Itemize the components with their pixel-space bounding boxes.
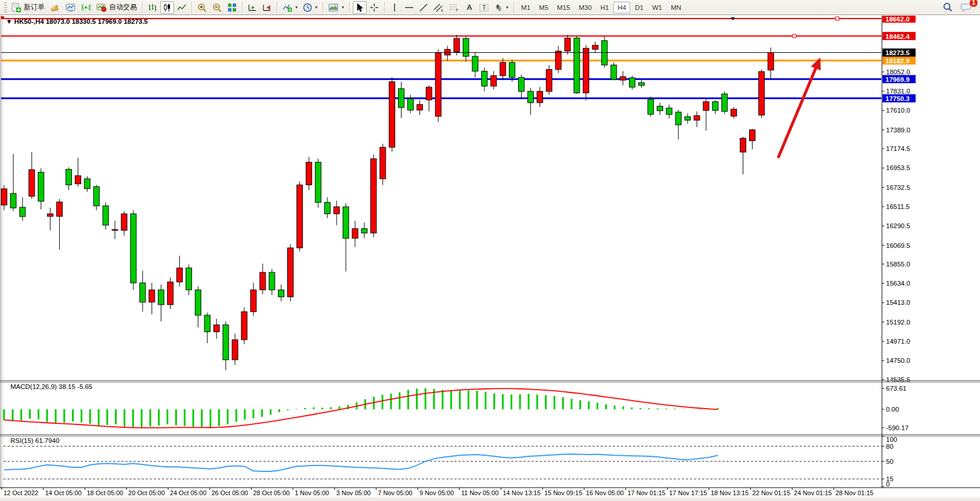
trendline-tool-button[interactable]: [417, 1, 431, 14]
candle-body-bear: [657, 106, 663, 111]
object-anchor-marker[interactable]: [1, 16, 4, 19]
horizontal-line-tool-button[interactable]: [402, 1, 416, 14]
arrows-tool-button[interactable]: ▾: [492, 1, 511, 14]
fibonacci-tool-button[interactable]: F: [447, 1, 462, 14]
timeframe-h4-button[interactable]: H4: [613, 2, 630, 13]
chart-area[interactable]: 18052.017831.017610.017389.017174.516953…: [0, 16, 980, 501]
candle-body-bull: [435, 53, 441, 116]
candle-body-bear: [140, 283, 146, 302]
timeframe-w1-button[interactable]: W1: [648, 2, 666, 13]
candle-body-bull: [537, 91, 543, 103]
autotrade-icon: [96, 3, 107, 12]
time-axis-label: 20 Oct 05:00: [128, 489, 165, 496]
text-label-icon: T: [479, 3, 489, 12]
candle-body-bear: [38, 172, 44, 201]
text-tool-button[interactable]: A: [462, 1, 476, 14]
timeframe-m1-button[interactable]: M1: [517, 2, 534, 13]
time-axis-label: 12 Oct 2022: [3, 489, 38, 496]
periods-button[interactable]: ▾: [301, 1, 320, 14]
indicators-button[interactable]: ▾: [280, 1, 300, 14]
market-watch-button[interactable]: [48, 1, 63, 14]
candle-body-bear: [611, 65, 617, 80]
candle-body-bear: [407, 99, 413, 110]
candle-body-bear: [93, 187, 99, 206]
candle-body-bear: [195, 290, 201, 315]
text-label-tool-button[interactable]: T: [477, 1, 491, 14]
search-button[interactable]: [940, 1, 955, 14]
vertical-line-tool-button[interactable]: [388, 1, 402, 14]
candle-body-bear: [638, 82, 644, 85]
cursor-tool-button[interactable]: [353, 1, 367, 14]
chart-canvas[interactable]: 18052.017831.017610.017389.017174.516953…: [0, 16, 980, 501]
templates-button[interactable]: ▾: [326, 1, 346, 14]
macd-label: MACD(12,26,9) 38.15 -5.65: [10, 383, 92, 390]
candle-body-bull: [454, 38, 460, 52]
candle-body-bull: [740, 138, 746, 152]
candle-body-bear: [279, 290, 284, 297]
candle-body-bear: [66, 170, 71, 185]
svg-text:15413.0: 15413.0: [886, 299, 910, 306]
auto-scroll-icon: [248, 3, 257, 12]
signals-button[interactable]: [79, 1, 93, 14]
arrows-icon: [494, 3, 503, 12]
candle-body-bull: [334, 207, 339, 214]
candle-body-bull: [758, 71, 764, 115]
candle-body-bear: [648, 99, 653, 114]
candle-body-bear: [361, 229, 367, 233]
auto-scroll-button[interactable]: [245, 1, 259, 14]
candle-body-bull: [583, 48, 589, 93]
tile-windows-button[interactable]: [225, 1, 239, 14]
candle-body-bull: [768, 53, 773, 70]
time-axis-label: 24 Oct 05:00: [170, 489, 207, 496]
chart-window-icon: [66, 3, 76, 12]
line-handle[interactable]: [793, 34, 796, 38]
zoom-in-icon: [197, 3, 207, 12]
candle-body-bull: [149, 290, 155, 302]
bar-chart-mode-button[interactable]: [146, 1, 160, 14]
time-axis-label: 14 Oct 05:00: [45, 489, 82, 496]
candle-body-bull: [694, 116, 700, 120]
candle-body-bull: [371, 158, 377, 233]
crosshair-tool-button[interactable]: [367, 1, 381, 14]
timeframe-mn-button[interactable]: MN: [667, 2, 685, 13]
toolbar-grip[interactable]: [4, 2, 7, 13]
dropdown-arrow-icon: ▾: [506, 5, 508, 10]
main-toolbar: 新订单 自动交易: [0, 0, 980, 15]
zoom-out-icon: [212, 3, 222, 12]
notification-badge: 1: [970, 0, 978, 7]
timeframe-m15-button[interactable]: M15: [553, 2, 574, 13]
zoom-in-button[interactable]: [195, 1, 209, 14]
timeframe-h1-button[interactable]: H1: [596, 2, 613, 13]
time-axis-label: 3 Nov 05:00: [337, 489, 371, 496]
candle-body-bull: [491, 75, 497, 86]
timeframe-m30-button[interactable]: M30: [574, 2, 595, 13]
candle-body-bull: [48, 214, 53, 217]
candle-body-bear: [519, 77, 525, 91]
chart-shift-button[interactable]: [260, 1, 274, 14]
new-order-button[interactable]: 新订单: [9, 1, 47, 14]
timeframe-d1-button[interactable]: D1: [631, 2, 648, 13]
equidistant-channel-tool-button[interactable]: E: [431, 1, 446, 14]
chat-button[interactable]: 1: [959, 1, 974, 14]
candle-body-bull: [306, 162, 312, 185]
line-handle[interactable]: [836, 17, 839, 20]
candle-body-bull: [1, 189, 7, 205]
time-axis-label: 18 Nov 13:15: [711, 489, 748, 496]
candle-body-bear: [463, 38, 469, 56]
svg-text:15634.0: 15634.0: [886, 280, 910, 287]
candle-body-bull: [352, 229, 358, 239]
timeframe-m5-button[interactable]: M5: [535, 2, 552, 13]
candlestick-mode-button[interactable]: [160, 1, 174, 14]
line-chart-mode-button[interactable]: [175, 1, 189, 14]
candle-body-bear: [713, 102, 718, 110]
candle-body-bear: [527, 91, 533, 103]
zoom-out-button[interactable]: [210, 1, 225, 14]
svg-text:15192.0: 15192.0: [886, 319, 910, 326]
time-axis-label: 9 Nov 05:00: [420, 489, 454, 496]
candle-body-bull: [232, 340, 238, 360]
candle-body-bull: [500, 63, 506, 76]
chart-window-button[interactable]: [63, 1, 78, 14]
candle-body-bull: [417, 104, 422, 110]
autotrade-button[interactable]: 自动交易: [94, 1, 139, 14]
tile-windows-icon: [227, 3, 237, 12]
